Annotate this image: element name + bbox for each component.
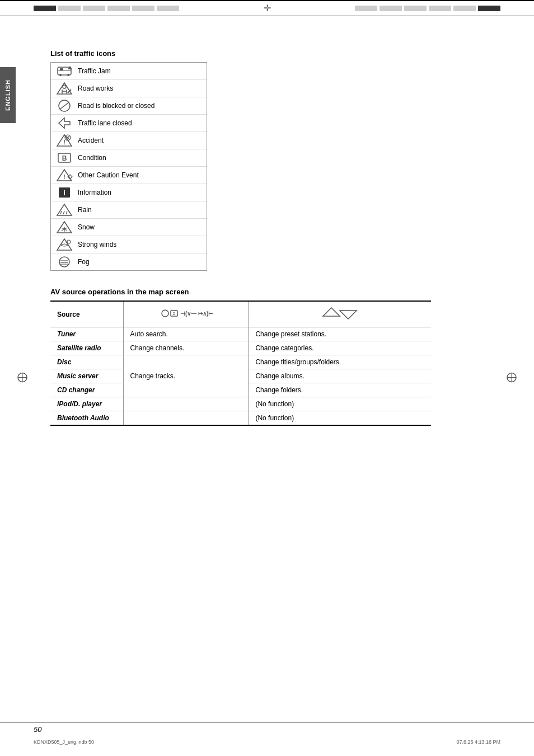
svg-text:i: i bbox=[63, 189, 65, 197]
condition-icon: B bbox=[55, 151, 73, 165]
accident-label: Accident bbox=[78, 137, 104, 144]
fog-label: Fog bbox=[78, 258, 90, 266]
svg-line-31 bbox=[66, 211, 67, 214]
traffic-jam-label: Traffic Jam bbox=[78, 67, 111, 75]
bar-seg-r5 bbox=[453, 6, 476, 11]
top-bar-right bbox=[355, 6, 500, 11]
av-source-satellite: Satellite radio bbox=[50, 341, 123, 355]
traffic-row: B Condition bbox=[51, 149, 207, 167]
traffic-row: Fog bbox=[51, 253, 207, 270]
traffic-row: Traffic Jam bbox=[51, 63, 207, 80]
av-source-ipod: iPod/D. player bbox=[50, 397, 123, 411]
av-row-tuner: Tuner Auto search. Change preset station… bbox=[50, 327, 431, 341]
control2-icon bbox=[315, 305, 365, 322]
snow-icon bbox=[55, 220, 73, 234]
bottom-line bbox=[0, 722, 534, 722]
av-source-cd-changer: CD changer bbox=[50, 383, 123, 397]
svg-rect-44 bbox=[171, 311, 177, 316]
traffic-row: Snow bbox=[51, 219, 207, 236]
information-icon: i bbox=[55, 186, 73, 199]
snow-label: Snow bbox=[78, 223, 95, 231]
av-source-tuner: Tuner bbox=[50, 327, 123, 341]
svg-marker-5 bbox=[68, 66, 72, 69]
traffic-row: Road is blocked or closed bbox=[51, 97, 207, 115]
av-source-table: Source ⊣(∨— ↦∧)⊢ bbox=[50, 300, 431, 426]
traffic-lane-closed-label: Traffic lane closed bbox=[78, 119, 132, 127]
av-row-ipod: iPod/D. player (No function) bbox=[50, 397, 431, 411]
traffic-row: Rain bbox=[51, 201, 207, 219]
traffic-row: i Information bbox=[51, 184, 207, 201]
bar-seg-1 bbox=[34, 6, 56, 11]
road-blocked-label: Road is blocked or closed bbox=[78, 102, 154, 110]
av-source-bluetooth: Bluetooth Audio bbox=[50, 411, 123, 426]
svg-marker-48 bbox=[323, 308, 340, 316]
av-source-music-server: Music server bbox=[50, 369, 123, 383]
av-action-tuner-col2: Auto search. bbox=[123, 327, 249, 341]
av-row-bluetooth: Bluetooth Audio (No function) bbox=[50, 411, 431, 426]
main-content: List of traffic icons Traffic Jam bbox=[0, 16, 534, 448]
bar-seg-r6 bbox=[478, 6, 500, 11]
svg-point-38 bbox=[67, 240, 71, 243]
bar-seg-4 bbox=[107, 6, 130, 11]
top-bar-left bbox=[34, 6, 179, 11]
bar-seg-2 bbox=[58, 6, 81, 11]
svg-point-1 bbox=[59, 74, 62, 76]
av-row-satellite: Satellite radio Change channels. Change … bbox=[50, 341, 431, 355]
traffic-row: Strong winds bbox=[51, 236, 207, 253]
traffic-row: ! Other Caution Event bbox=[51, 167, 207, 184]
bar-seg-r4 bbox=[429, 6, 451, 11]
av-action-disc-col3: Change titles/groups/folders. bbox=[249, 355, 431, 369]
svg-point-43 bbox=[162, 310, 168, 317]
traffic-row: Road works bbox=[51, 80, 207, 97]
av-action-ipod-col2 bbox=[123, 397, 249, 411]
page-number: 50 bbox=[34, 725, 41, 734]
svg-marker-14 bbox=[59, 118, 70, 128]
svg-marker-28 bbox=[57, 204, 72, 215]
av-action-tuner-col3: Change preset stations. bbox=[249, 327, 431, 341]
other-caution-label: Other Caution Event bbox=[78, 171, 139, 179]
traffic-row: Traffic lane closed bbox=[51, 115, 207, 132]
bar-seg-3 bbox=[83, 6, 105, 11]
av-action-bluetooth-col2 bbox=[123, 411, 249, 426]
bar-seg-5 bbox=[132, 6, 154, 11]
bar-seg-r2 bbox=[380, 6, 402, 11]
av-action-satellite-col3: Change categories. bbox=[249, 341, 431, 355]
av-section-title: AV source operations in the map screen bbox=[50, 288, 500, 296]
rain-icon bbox=[55, 203, 73, 217]
svg-text:!: ! bbox=[63, 139, 65, 145]
av-col-source: Source bbox=[50, 301, 123, 327]
svg-line-13 bbox=[60, 102, 69, 109]
footer-right-text: 07.6.25 4:13:16 PM bbox=[456, 739, 500, 745]
fog-icon bbox=[55, 255, 73, 269]
av-action-cd-changer-col3: Change folders. bbox=[249, 383, 431, 397]
left-circle-decoration bbox=[17, 372, 28, 384]
av-action-ipod-col3: (No function) bbox=[249, 397, 431, 411]
svg-point-39 bbox=[59, 257, 69, 267]
svg-point-2 bbox=[67, 74, 69, 76]
center-cross-icon: ✛ bbox=[264, 3, 271, 13]
sidebar-label-text: ENGLISH bbox=[4, 79, 11, 111]
bar-seg-r1 bbox=[355, 6, 377, 11]
rain-label: Rain bbox=[78, 206, 92, 214]
traffic-section-title: List of traffic icons bbox=[50, 49, 500, 58]
av-action-satellite-col2: Change channels. bbox=[123, 341, 249, 355]
svg-line-30 bbox=[63, 211, 64, 214]
condition-label: Condition bbox=[78, 154, 106, 162]
traffic-lane-closed-icon bbox=[55, 116, 73, 130]
footer-left-text: KDNXD505_J_eng.indb 50 bbox=[34, 739, 94, 745]
svg-text:B: B bbox=[62, 154, 67, 162]
top-bar: ✛ bbox=[0, 0, 534, 16]
traffic-jam-icon bbox=[55, 64, 73, 78]
av-row-disc: Disc Change tracks. Change titles/groups… bbox=[50, 355, 431, 369]
av-source-disc: Disc bbox=[50, 355, 123, 369]
other-caution-icon: ! bbox=[55, 168, 73, 182]
av-col-control2 bbox=[249, 301, 431, 327]
right-circle-decoration bbox=[506, 372, 517, 384]
bar-seg-6 bbox=[157, 6, 179, 11]
information-label: Information bbox=[78, 189, 111, 196]
svg-rect-4 bbox=[60, 68, 63, 71]
av-col-control1: ⊣(∨— ↦∧)⊢ bbox=[123, 301, 249, 327]
svg-text:!: ! bbox=[63, 173, 65, 180]
svg-point-7 bbox=[63, 85, 66, 88]
svg-marker-49 bbox=[340, 311, 357, 319]
